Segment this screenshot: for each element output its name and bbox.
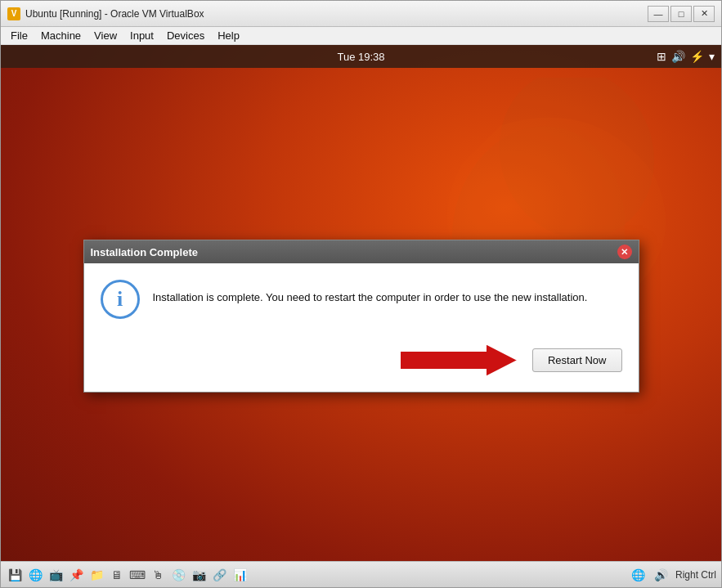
window-title: Ubuntu [Running] - Oracle VM VirtualBox [25, 8, 643, 20]
dialog-titlebar: Installation Complete ✕ [84, 240, 639, 263]
menu-input[interactable]: Input [123, 28, 160, 43]
titlebar: V Ubuntu [Running] - Oracle VM VirtualBo… [1, 1, 721, 27]
dialog-message: Installation is complete. You need to re… [153, 280, 622, 306]
red-arrow-icon [396, 342, 522, 379]
minimize-button[interactable]: — [648, 6, 669, 22]
vm-screen: Tue 19:38 ⊞ 🔊 ⚡ ▾ Installation Complete … [1, 45, 721, 587]
restore-button[interactable]: □ [670, 6, 692, 22]
dialog-title: Installation Complete [91, 246, 198, 258]
virtualbox-window: V Ubuntu [Running] - Oracle VM VirtualBo… [0, 0, 722, 588]
info-icon: i [101, 280, 140, 319]
dialog-body: i Installation is complete. You need to … [84, 263, 639, 335]
dialog-overlay: Installation Complete ✕ i Installation i… [1, 45, 721, 587]
dialog-footer: Restart Now [84, 335, 639, 392]
app-icon: V [7, 7, 20, 20]
menu-file[interactable]: File [4, 28, 34, 43]
arrow-annotation [396, 342, 522, 379]
menu-view[interactable]: View [87, 28, 123, 43]
close-button[interactable]: ✕ [693, 6, 715, 22]
menu-machine[interactable]: Machine [34, 28, 87, 43]
restart-now-button[interactable]: Restart Now [532, 348, 622, 372]
dialog-close-button[interactable]: ✕ [617, 245, 632, 259]
menubar: File Machine View Input Devices Help [1, 27, 721, 45]
menu-devices[interactable]: Devices [160, 28, 211, 43]
window-controls: — □ ✕ [648, 6, 715, 22]
menu-help[interactable]: Help [211, 28, 246, 43]
svg-marker-3 [400, 343, 518, 377]
dialog-content-row: i Installation is complete. You need to … [101, 280, 622, 319]
installation-complete-dialog: Installation Complete ✕ i Installation i… [83, 240, 639, 393]
